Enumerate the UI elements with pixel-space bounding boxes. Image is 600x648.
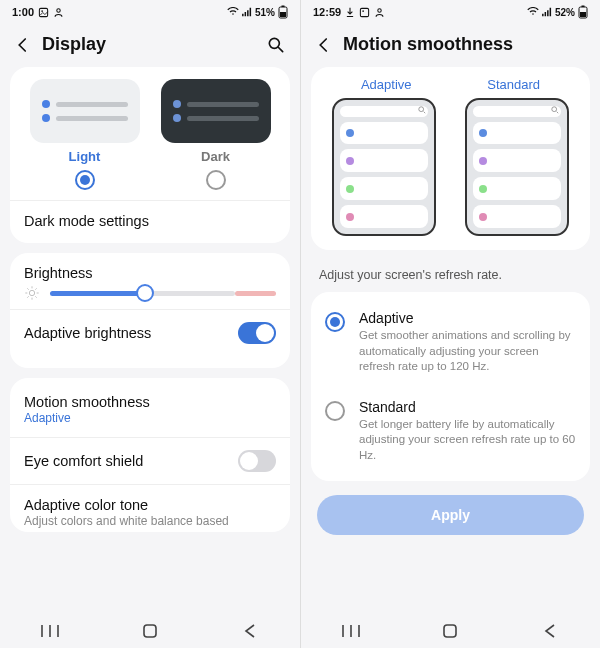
- battery-text: 51%: [255, 7, 275, 18]
- svg-point-10: [362, 10, 364, 12]
- page-title: Display: [42, 34, 256, 55]
- status-time: 1:00: [12, 6, 34, 18]
- apply-button[interactable]: Apply: [317, 495, 584, 535]
- options-card: Adaptive Get smoother animations and scr…: [311, 292, 590, 481]
- header: Display: [0, 24, 300, 67]
- standard-radio[interactable]: [325, 401, 345, 421]
- svg-point-2: [57, 8, 60, 11]
- sun-icon: [24, 285, 40, 301]
- adaptive-radio[interactable]: [325, 312, 345, 332]
- theme-card: Light Dark Dark mode settings: [10, 67, 290, 243]
- nav-home[interactable]: [420, 623, 480, 639]
- motion-smoothness-row[interactable]: Motion smoothness Adaptive: [24, 382, 276, 437]
- svg-rect-4: [282, 6, 285, 8]
- dark-radio[interactable]: [206, 170, 226, 190]
- motion-smoothness-screen: 12:59 52% Motion smoothness Adaptive Sta…: [300, 0, 600, 648]
- display-settings-screen: 1:00 51% Display Light: [0, 0, 300, 648]
- light-label: Light: [69, 149, 101, 164]
- svg-rect-13: [582, 6, 585, 8]
- signal-icon: [242, 7, 252, 17]
- status-bar: 12:59 52%: [301, 0, 600, 24]
- theme-option-light[interactable]: Light: [24, 79, 145, 190]
- eye-comfort-toggle[interactable]: [238, 450, 276, 472]
- svg-rect-5: [280, 12, 286, 17]
- person-icon: [53, 7, 64, 18]
- search-mini-icon: [418, 106, 426, 114]
- brightness-card: Brightness Adaptive brightness: [10, 253, 290, 368]
- back-icon[interactable]: [315, 36, 333, 54]
- svg-point-1: [41, 10, 43, 12]
- brightness-label: Brightness: [24, 265, 276, 281]
- wifi-icon: [527, 7, 539, 17]
- dark-label: Dark: [201, 149, 230, 164]
- phone-preview-adaptive: [332, 98, 436, 236]
- svg-point-6: [269, 38, 279, 48]
- eye-comfort-row[interactable]: Eye comfort shield: [24, 438, 276, 484]
- light-radio[interactable]: [75, 170, 95, 190]
- status-time: 12:59: [313, 6, 341, 18]
- svg-point-11: [378, 8, 381, 11]
- nav-home[interactable]: [120, 623, 180, 639]
- back-icon[interactable]: [14, 36, 32, 54]
- nav-back[interactable]: [220, 623, 280, 639]
- battery-icon: [278, 5, 288, 19]
- option-adaptive[interactable]: Adaptive Get smoother animations and scr…: [325, 298, 576, 387]
- slider-thumb[interactable]: [136, 284, 154, 302]
- svg-rect-17: [444, 625, 456, 637]
- dark-preview: [161, 79, 271, 143]
- svg-point-16: [552, 107, 557, 112]
- signal-icon: [542, 7, 552, 17]
- battery-icon: [578, 5, 588, 19]
- display-options-card: Motion smoothness Adaptive Eye comfort s…: [10, 378, 290, 532]
- nav-bar: [0, 614, 300, 648]
- nav-recents[interactable]: [20, 624, 80, 638]
- search-mini-icon: [551, 106, 559, 114]
- nav-bar: [301, 614, 600, 648]
- nav-back[interactable]: [520, 623, 580, 639]
- svg-rect-9: [361, 8, 369, 16]
- light-preview: [30, 79, 140, 143]
- preview-standard-label: Standard: [487, 77, 540, 92]
- brightness-slider[interactable]: [50, 285, 276, 301]
- option-standard[interactable]: Standard Get longer battery life by auto…: [325, 387, 576, 476]
- adaptive-brightness-toggle[interactable]: [238, 322, 276, 344]
- adaptive-brightness-label: Adaptive brightness: [24, 325, 151, 341]
- preview-adaptive-label: Adaptive: [361, 77, 412, 92]
- svg-point-15: [419, 107, 424, 112]
- dark-mode-settings-row[interactable]: Dark mode settings: [24, 213, 149, 229]
- person-icon: [374, 7, 385, 18]
- nav-recents[interactable]: [321, 624, 381, 638]
- info-text: Adjust your screen's refresh rate.: [301, 260, 600, 292]
- svg-rect-14: [580, 12, 586, 17]
- svg-rect-8: [144, 625, 156, 637]
- download-icon: [345, 7, 355, 18]
- status-bar: 1:00 51%: [0, 0, 300, 24]
- svg-point-7: [29, 290, 34, 295]
- battery-text: 52%: [555, 7, 575, 18]
- page-title: Motion smoothness: [343, 34, 586, 55]
- wifi-icon: [227, 7, 239, 17]
- image-icon: [38, 7, 49, 18]
- theme-option-dark[interactable]: Dark: [155, 79, 276, 190]
- search-icon[interactable]: [266, 35, 286, 55]
- header: Motion smoothness: [301, 24, 600, 67]
- adaptive-color-row[interactable]: Adaptive color tone Adjust colors and wh…: [24, 485, 276, 532]
- phone-preview-standard: [465, 98, 569, 236]
- preview-card: Adaptive Standard: [311, 67, 590, 250]
- image-icon: [359, 7, 370, 18]
